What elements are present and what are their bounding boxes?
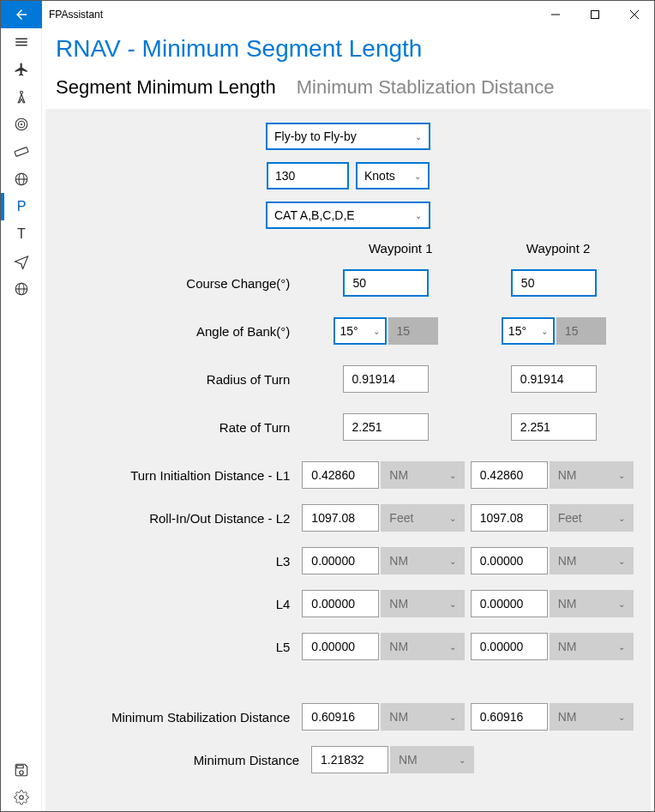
titlebar: FPAssistant — [1, 1, 654, 28]
l3-wp1[interactable] — [302, 547, 379, 574]
sidebar-item-ruler[interactable] — [1, 138, 42, 165]
letter-p-icon: P — [17, 199, 27, 214]
label-angle-of-bank: Angle of Bank(°) — [59, 324, 300, 339]
label-l5: L5 — [59, 640, 300, 654]
chevron-down-icon: ⌄ — [449, 556, 456, 566]
back-button[interactable] — [1, 1, 42, 28]
chevron-down-icon: ⌄ — [449, 599, 456, 609]
close-icon — [630, 10, 639, 19]
rate-wp1[interactable] — [343, 413, 429, 441]
grid-header: Waypoint 1 Waypoint 2 — [59, 241, 637, 256]
form-area: Fly-by to Fly-by ⌄ Knots ⌄ CAT A,B,C,D,E… — [45, 109, 651, 811]
sidebar-item-save[interactable] — [1, 756, 42, 784]
l2-wp1[interactable] — [302, 504, 379, 532]
chevron-down-icon: ⌄ — [541, 327, 548, 336]
l4-wp2-unit[interactable]: NM⌄ — [550, 590, 634, 617]
course-change-wp2[interactable] — [511, 269, 597, 297]
letter-t-icon: T — [17, 226, 26, 242]
chevron-down-icon: ⌄ — [414, 171, 421, 181]
svg-rect-1 — [592, 11, 599, 19]
window-controls — [536, 1, 654, 28]
speed-unit-value: Knots — [364, 169, 395, 183]
radius-wp2[interactable] — [511, 365, 597, 393]
app-title: FPAssistant — [42, 9, 536, 21]
bank-wp1-select[interactable]: 15° ⌄ — [334, 317, 387, 345]
page-title: RNAV - Minimum Segment Length — [42, 28, 654, 76]
bank-wp1-value: 15° — [340, 324, 358, 338]
l2-wp1-unit[interactable]: Feet⌄ — [381, 504, 465, 532]
label-course-change: Course Change(°) — [59, 276, 300, 291]
msd-wp2[interactable] — [471, 703, 548, 731]
l1-wp2-unit[interactable]: NM⌄ — [550, 461, 634, 489]
sidebar-item-plane[interactable] — [1, 56, 42, 83]
sidebar-item-plane2[interactable] — [1, 248, 42, 275]
sidebar-item-t[interactable]: T — [1, 220, 42, 248]
l3-wp1-unit[interactable]: NM⌄ — [381, 547, 465, 574]
category-value: CAT A,B,C,D,E — [274, 208, 355, 222]
l1-wp1[interactable] — [302, 461, 379, 489]
chevron-down-icon: ⌄ — [459, 755, 466, 765]
compass-person-icon — [14, 89, 29, 105]
l2-wp2[interactable] — [471, 504, 548, 532]
min-distance-unit[interactable]: NM⌄ — [390, 746, 474, 773]
label-radius-of-turn: Radius of Turn — [59, 372, 300, 387]
label-l4: L4 — [59, 597, 300, 611]
l5-wp2[interactable] — [471, 633, 548, 660]
chevron-down-icon: ⌄ — [449, 642, 456, 652]
speed-unit-select[interactable]: Knots ⌄ — [356, 162, 430, 189]
sidebar-item-p[interactable]: P — [1, 193, 42, 220]
turn-type-select[interactable]: Fly-by to Fly-by ⌄ — [266, 123, 430, 150]
chevron-down-icon: ⌄ — [373, 327, 380, 336]
label-l2: Roll-In/Out Distance - L2 — [59, 511, 300, 526]
tab-segment-min-length[interactable]: Segment Minimum Length — [56, 76, 276, 99]
l5-wp1-unit[interactable]: NM⌄ — [381, 633, 465, 660]
globe-icon — [14, 171, 29, 187]
msd-wp2-unit[interactable]: NM⌄ — [550, 703, 634, 731]
header-wp1: Waypoint 1 — [321, 241, 479, 256]
rate-wp2[interactable] — [511, 413, 597, 441]
bank-wp2-select[interactable]: 15° ⌄ — [502, 317, 555, 345]
chevron-down-icon: ⌄ — [618, 642, 625, 652]
msd-wp1-unit[interactable]: NM⌄ — [381, 703, 465, 731]
radius-wp1[interactable] — [343, 365, 429, 393]
speed-input[interactable] — [267, 162, 349, 189]
course-change-wp1[interactable] — [343, 269, 429, 297]
l5-wp1[interactable] — [302, 633, 379, 660]
label-l3: L3 — [59, 554, 300, 568]
sidebar-item-target[interactable] — [1, 111, 42, 138]
save-icon — [14, 762, 29, 778]
minimize-button[interactable] — [536, 1, 575, 28]
menu-button[interactable] — [1, 28, 42, 56]
label-min-distance: Minimum Distance — [59, 753, 309, 767]
l3-wp2-unit[interactable]: NM⌄ — [550, 547, 634, 574]
sidebar-item-compass[interactable] — [1, 83, 42, 111]
l5-wp2-unit[interactable]: NM⌄ — [550, 633, 634, 660]
label-l1: Turn Initialtion Distance - L1 — [59, 468, 300, 483]
msd-wp1[interactable] — [302, 703, 379, 731]
l4-wp2[interactable] — [471, 590, 548, 617]
tab-min-stabilization-distance[interactable]: Minimum Stablization Distance — [297, 76, 555, 99]
l1-wp1-unit[interactable]: NM⌄ — [381, 461, 465, 489]
min-distance-value[interactable] — [311, 746, 388, 773]
l1-wp2[interactable] — [471, 461, 548, 489]
close-button[interactable] — [615, 1, 654, 28]
label-msd: Minimum Stabilization Distance — [59, 710, 300, 725]
sidebar-item-settings[interactable] — [1, 784, 42, 811]
minimize-icon — [551, 10, 560, 19]
category-select[interactable]: CAT A,B,C,D,E ⌄ — [266, 201, 430, 229]
bank-wp2-value: 15° — [508, 324, 526, 338]
chevron-down-icon: ⌄ — [618, 514, 625, 523]
bank-wp2-disabled: 15 — [556, 317, 606, 345]
l4-wp1-unit[interactable]: NM⌄ — [381, 590, 465, 617]
plane-small-icon — [14, 254, 29, 269]
chevron-down-icon: ⌄ — [449, 713, 456, 722]
svg-point-7 — [21, 123, 22, 125]
target-icon — [14, 117, 29, 132]
maximize-button[interactable] — [575, 1, 615, 28]
l2-wp2-unit[interactable]: Feet⌄ — [550, 504, 634, 532]
l3-wp2[interactable] — [471, 547, 548, 574]
header-wp2: Waypoint 2 — [479, 241, 637, 256]
sidebar-item-globe2[interactable] — [1, 275, 42, 303]
sidebar-item-globe1[interactable] — [1, 165, 42, 193]
l4-wp1[interactable] — [302, 590, 379, 617]
